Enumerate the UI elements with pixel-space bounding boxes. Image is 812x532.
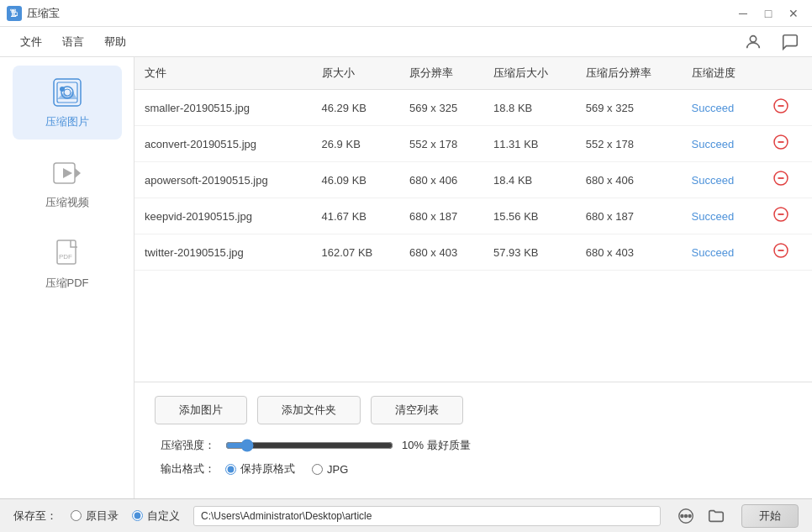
save-custom-radio-label[interactable]: 自定义 xyxy=(132,508,180,524)
format-options: 保持原格式 JPG xyxy=(225,461,348,477)
maximize-button[interactable]: □ xyxy=(757,3,780,24)
add-folder-button[interactable]: 添加文件夹 xyxy=(257,396,361,424)
footer-icons xyxy=(674,504,728,528)
cell-comp-res-2: 680 x 406 xyxy=(576,162,682,198)
format-keep-original[interactable]: 保持原格式 xyxy=(225,461,295,477)
cell-comp-res-1: 552 x 178 xyxy=(576,126,682,162)
chat-icon[interactable] xyxy=(778,30,802,54)
cell-file-4: twitter-20190515.jpg xyxy=(134,234,312,271)
title-bar: 🗜 压缩宝 ─ □ ✕ xyxy=(0,0,812,27)
format-row: 输出格式： 保持原格式 JPG xyxy=(155,461,792,477)
col-action xyxy=(760,57,812,90)
delete-row-button-4[interactable] xyxy=(770,243,792,261)
cell-orig-res-1: 552 x 178 xyxy=(399,126,483,162)
cell-comp-size-4: 57.93 KB xyxy=(483,234,576,271)
add-image-button[interactable]: 添加图片 xyxy=(155,396,247,424)
save-original-radio[interactable] xyxy=(71,510,82,521)
col-comp-res: 压缩后分辨率 xyxy=(576,57,682,90)
user-icon[interactable] xyxy=(741,30,765,54)
compression-slider[interactable] xyxy=(225,439,393,452)
start-button[interactable]: 开始 xyxy=(741,504,799,528)
svg-marker-7 xyxy=(75,168,81,178)
slider-container: 10% 最好质量 xyxy=(225,438,792,453)
compression-label: 压缩强度： xyxy=(155,438,215,453)
cell-comp-size-3: 15.56 KB xyxy=(483,198,576,234)
cell-file-1: aconvert-20190515.jpg xyxy=(134,126,312,162)
main-layout: 压缩图片 压缩视频 PDF 压缩PDF xyxy=(0,57,812,498)
sidebar-item-compress-video[interactable]: 压缩视频 xyxy=(13,146,122,220)
app-icon: 🗜 xyxy=(7,6,22,21)
sidebar-item-compress-pdf[interactable]: PDF 压缩PDF xyxy=(13,227,122,301)
svg-point-23 xyxy=(688,514,691,517)
delete-row-button-2[interactable] xyxy=(770,171,792,189)
format-jpg[interactable]: JPG xyxy=(312,463,348,476)
table-row: twitter-20190515.jpg 162.07 KB 680 x 403… xyxy=(134,234,812,271)
cell-status-2: Succeed xyxy=(682,162,761,198)
menu-help[interactable]: 帮助 xyxy=(94,31,136,53)
col-progress: 压缩进度 xyxy=(682,57,761,90)
table-row: aconvert-20190515.jpg 26.9 KB 552 x 178 … xyxy=(134,126,812,162)
folder-icon[interactable] xyxy=(704,504,728,528)
sidebar-item-compress-image[interactable]: 压缩图片 xyxy=(13,66,122,140)
cell-orig-res-4: 680 x 403 xyxy=(399,234,483,271)
save-path-input[interactable] xyxy=(193,506,661,526)
svg-point-21 xyxy=(685,514,688,517)
svg-marker-8 xyxy=(63,168,72,178)
cell-comp-res-0: 569 x 325 xyxy=(576,90,682,126)
compress-video-icon xyxy=(50,156,84,190)
cell-status-4: Succeed xyxy=(682,234,761,271)
delete-row-button-1[interactable] xyxy=(770,134,792,153)
files-table: 文件 原大小 原分辨率 压缩后大小 压缩后分辨率 压缩进度 smaller-20… xyxy=(134,57,812,271)
compression-row: 压缩强度： 10% 最好质量 xyxy=(155,438,792,453)
close-button[interactable]: ✕ xyxy=(782,3,805,24)
menu-bar: 文件 语言 帮助 xyxy=(0,27,812,57)
save-custom-radio[interactable] xyxy=(132,510,143,521)
cell-status-1: Succeed xyxy=(682,126,761,162)
minimize-button[interactable]: ─ xyxy=(731,3,755,24)
svg-point-22 xyxy=(681,514,683,517)
clear-list-button[interactable]: 清空列表 xyxy=(371,396,463,424)
cell-status-0: Succeed xyxy=(682,90,761,126)
compress-image-icon xyxy=(50,76,84,109)
cell-orig-res-2: 680 x 406 xyxy=(399,162,483,198)
sidebar-item-label-compress-video: 压缩视频 xyxy=(45,195,89,210)
cell-orig-res-0: 569 x 325 xyxy=(399,90,483,126)
save-original-radio-label[interactable]: 原目录 xyxy=(71,508,119,524)
cell-file-0: smaller-20190515.jpg xyxy=(134,90,312,126)
delete-row-button-0[interactable] xyxy=(770,98,792,117)
sidebar-item-label-compress-pdf: 压缩PDF xyxy=(45,276,89,291)
sidebar-item-label-compress-image: 压缩图片 xyxy=(45,114,89,129)
cell-orig-size-3: 41.67 KB xyxy=(312,198,399,234)
cell-comp-res-4: 680 x 403 xyxy=(576,234,682,271)
cell-orig-size-1: 26.9 KB xyxy=(312,126,399,162)
format-jpg-radio[interactable] xyxy=(312,464,323,475)
menu-language[interactable]: 语言 xyxy=(52,31,94,53)
app-title: 压缩宝 xyxy=(27,6,731,21)
cell-action-0[interactable] xyxy=(760,90,812,126)
col-orig-size: 原大小 xyxy=(312,57,399,90)
table-area: 文件 原大小 原分辨率 压缩后大小 压缩后分辨率 压缩进度 smaller-20… xyxy=(134,57,812,382)
cell-action-2[interactable] xyxy=(760,162,812,198)
cell-action-4[interactable] xyxy=(760,234,812,271)
bottom-panel: 添加图片 添加文件夹 清空列表 压缩强度： 10% 最好质量 输出格式： xyxy=(134,382,812,498)
menu-bar-right-icons xyxy=(741,30,802,54)
footer: 保存至： 原目录 自定义 开始 xyxy=(0,498,812,532)
more-options-icon[interactable] xyxy=(674,504,698,528)
cell-action-3[interactable] xyxy=(760,198,812,234)
svg-point-0 xyxy=(750,35,756,41)
cell-orig-size-0: 46.29 KB xyxy=(312,90,399,126)
format-keep-radio[interactable] xyxy=(225,464,236,475)
delete-row-button-3[interactable] xyxy=(770,207,792,225)
table-row: apowersoft-20190515.jpg 46.09 KB 680 x 4… xyxy=(134,162,812,198)
cell-comp-res-3: 680 x 187 xyxy=(576,198,682,234)
save-to-label: 保存至： xyxy=(13,508,57,524)
sidebar: 压缩图片 压缩视频 PDF 压缩PDF xyxy=(0,57,134,498)
cell-comp-size-1: 11.31 KB xyxy=(483,126,576,162)
menu-file[interactable]: 文件 xyxy=(10,31,52,53)
cell-action-1[interactable] xyxy=(760,126,812,162)
compress-pdf-icon: PDF xyxy=(50,237,84,271)
cell-orig-size-2: 46.09 KB xyxy=(312,162,399,198)
cell-comp-size-0: 18.8 KB xyxy=(483,90,576,126)
table-row: smaller-20190515.jpg 46.29 KB 569 x 325 … xyxy=(134,90,812,126)
compression-value: 10% 最好质量 xyxy=(402,438,471,453)
